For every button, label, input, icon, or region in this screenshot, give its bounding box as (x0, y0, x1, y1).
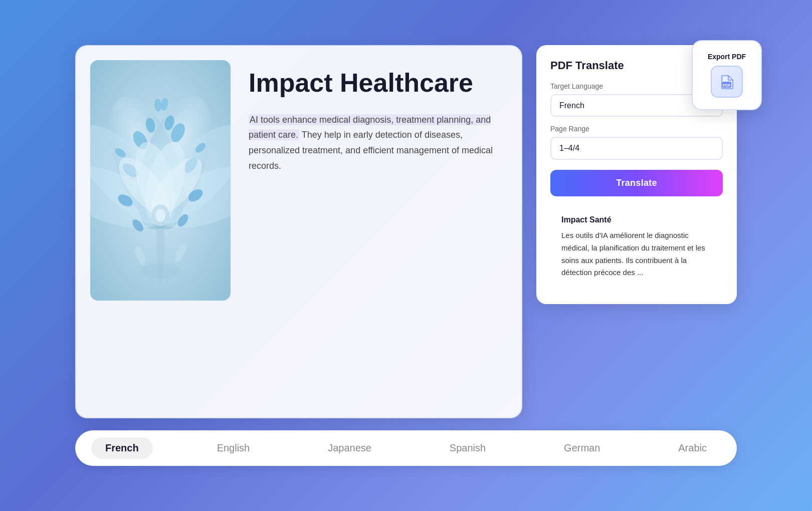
translation-result: Impact Santé Les outils d'IA améliorent … (550, 204, 723, 290)
lang-item-french[interactable]: French (91, 437, 153, 459)
language-bar: French English Japanese Spanish German A… (75, 430, 737, 466)
lang-item-english[interactable]: English (203, 437, 264, 459)
svg-text:PDF: PDF (723, 83, 731, 88)
translation-title: Impact Santé (561, 215, 712, 224)
book-title: Impact Healthcare (249, 68, 503, 98)
lang-item-japanese[interactable]: Japanese (314, 437, 385, 459)
book-content: Impact Healthcare AI tools enhance medic… (245, 60, 507, 181)
svg-point-23 (155, 209, 165, 222)
export-pdf-label: Export PDF (708, 53, 746, 61)
main-container: Impact Healthcare AI tools enhance medic… (75, 45, 737, 466)
top-row: Impact Healthcare AI tools enhance medic… (75, 45, 737, 418)
book-description: AI tools enhance medical diagnosis, trea… (249, 112, 503, 173)
translation-text: Les outils d'IA améliorent le diagnostic… (561, 229, 712, 279)
svg-point-28 (140, 263, 180, 278)
lang-item-german[interactable]: German (550, 437, 614, 459)
lang-item-spanish[interactable]: Spanish (436, 437, 500, 459)
page-range-group: Page Range (550, 125, 723, 160)
pdf-icon: PDF (718, 73, 736, 91)
book-preview-card: Impact Healthcare AI tools enhance medic… (75, 45, 522, 418)
export-pdf-card[interactable]: Export PDF PDF (692, 40, 762, 110)
export-pdf-icon-container[interactable]: PDF (711, 66, 743, 98)
translate-button[interactable]: Translate (550, 170, 723, 196)
lang-item-arabic[interactable]: Arabic (664, 437, 721, 459)
book-cover-image (90, 60, 231, 301)
page-range-label: Page Range (550, 125, 723, 133)
right-panel: Export PDF PDF PDF Translate Target Lang… (536, 45, 737, 418)
page-range-input[interactable] (550, 137, 723, 160)
